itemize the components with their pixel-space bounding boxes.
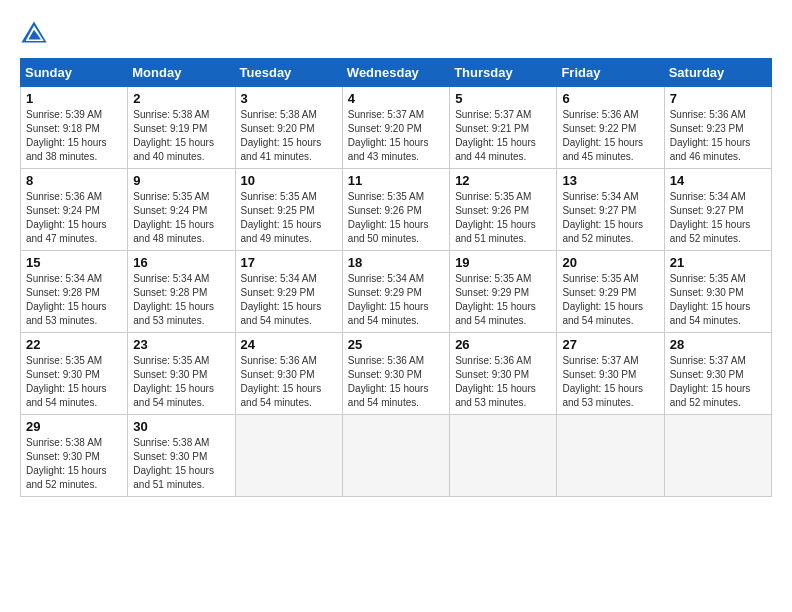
logo bbox=[20, 20, 52, 48]
day-number: 19 bbox=[455, 255, 551, 270]
day-info: Sunrise: 5:35 AMSunset: 9:30 PMDaylight:… bbox=[26, 354, 122, 410]
day-info: Sunrise: 5:39 AMSunset: 9:18 PMDaylight:… bbox=[26, 108, 122, 164]
day-number: 13 bbox=[562, 173, 658, 188]
day-info: Sunrise: 5:35 AMSunset: 9:30 PMDaylight:… bbox=[133, 354, 229, 410]
day-number: 6 bbox=[562, 91, 658, 106]
day-number: 3 bbox=[241, 91, 337, 106]
calendar-cell bbox=[557, 415, 664, 497]
col-header-thursday: Thursday bbox=[450, 59, 557, 87]
day-info: Sunrise: 5:34 AMSunset: 9:27 PMDaylight:… bbox=[562, 190, 658, 246]
day-number: 5 bbox=[455, 91, 551, 106]
day-number: 11 bbox=[348, 173, 444, 188]
calendar-cell: 4Sunrise: 5:37 AMSunset: 9:20 PMDaylight… bbox=[342, 87, 449, 169]
day-info: Sunrise: 5:37 AMSunset: 9:30 PMDaylight:… bbox=[562, 354, 658, 410]
col-header-monday: Monday bbox=[128, 59, 235, 87]
calendar-cell: 20Sunrise: 5:35 AMSunset: 9:29 PMDayligh… bbox=[557, 251, 664, 333]
day-info: Sunrise: 5:36 AMSunset: 9:22 PMDaylight:… bbox=[562, 108, 658, 164]
day-info: Sunrise: 5:37 AMSunset: 9:30 PMDaylight:… bbox=[670, 354, 766, 410]
calendar-cell: 27Sunrise: 5:37 AMSunset: 9:30 PMDayligh… bbox=[557, 333, 664, 415]
day-info: Sunrise: 5:34 AMSunset: 9:29 PMDaylight:… bbox=[241, 272, 337, 328]
calendar-cell: 13Sunrise: 5:34 AMSunset: 9:27 PMDayligh… bbox=[557, 169, 664, 251]
week-row-5: 29Sunrise: 5:38 AMSunset: 9:30 PMDayligh… bbox=[21, 415, 772, 497]
calendar-cell bbox=[235, 415, 342, 497]
day-number: 14 bbox=[670, 173, 766, 188]
calendar-cell: 7Sunrise: 5:36 AMSunset: 9:23 PMDaylight… bbox=[664, 87, 771, 169]
calendar-cell bbox=[664, 415, 771, 497]
day-info: Sunrise: 5:34 AMSunset: 9:28 PMDaylight:… bbox=[26, 272, 122, 328]
day-number: 26 bbox=[455, 337, 551, 352]
calendar-cell: 19Sunrise: 5:35 AMSunset: 9:29 PMDayligh… bbox=[450, 251, 557, 333]
calendar-cell bbox=[342, 415, 449, 497]
day-number: 23 bbox=[133, 337, 229, 352]
col-header-saturday: Saturday bbox=[664, 59, 771, 87]
calendar-table: SundayMondayTuesdayWednesdayThursdayFrid… bbox=[20, 58, 772, 497]
week-row-1: 1Sunrise: 5:39 AMSunset: 9:18 PMDaylight… bbox=[21, 87, 772, 169]
day-info: Sunrise: 5:37 AMSunset: 9:20 PMDaylight:… bbox=[348, 108, 444, 164]
day-number: 15 bbox=[26, 255, 122, 270]
calendar-cell: 22Sunrise: 5:35 AMSunset: 9:30 PMDayligh… bbox=[21, 333, 128, 415]
day-number: 22 bbox=[26, 337, 122, 352]
day-info: Sunrise: 5:34 AMSunset: 9:28 PMDaylight:… bbox=[133, 272, 229, 328]
day-number: 12 bbox=[455, 173, 551, 188]
calendar-cell: 26Sunrise: 5:36 AMSunset: 9:30 PMDayligh… bbox=[450, 333, 557, 415]
day-info: Sunrise: 5:34 AMSunset: 9:29 PMDaylight:… bbox=[348, 272, 444, 328]
day-number: 24 bbox=[241, 337, 337, 352]
week-row-4: 22Sunrise: 5:35 AMSunset: 9:30 PMDayligh… bbox=[21, 333, 772, 415]
calendar-cell: 24Sunrise: 5:36 AMSunset: 9:30 PMDayligh… bbox=[235, 333, 342, 415]
calendar-cell: 15Sunrise: 5:34 AMSunset: 9:28 PMDayligh… bbox=[21, 251, 128, 333]
calendar-cell: 14Sunrise: 5:34 AMSunset: 9:27 PMDayligh… bbox=[664, 169, 771, 251]
day-number: 25 bbox=[348, 337, 444, 352]
calendar-cell: 12Sunrise: 5:35 AMSunset: 9:26 PMDayligh… bbox=[450, 169, 557, 251]
day-number: 16 bbox=[133, 255, 229, 270]
calendar-cell: 17Sunrise: 5:34 AMSunset: 9:29 PMDayligh… bbox=[235, 251, 342, 333]
day-info: Sunrise: 5:36 AMSunset: 9:30 PMDaylight:… bbox=[455, 354, 551, 410]
day-number: 27 bbox=[562, 337, 658, 352]
calendar-header-row: SundayMondayTuesdayWednesdayThursdayFrid… bbox=[21, 59, 772, 87]
day-info: Sunrise: 5:38 AMSunset: 9:30 PMDaylight:… bbox=[133, 436, 229, 492]
calendar-cell: 16Sunrise: 5:34 AMSunset: 9:28 PMDayligh… bbox=[128, 251, 235, 333]
day-info: Sunrise: 5:35 AMSunset: 9:26 PMDaylight:… bbox=[348, 190, 444, 246]
day-info: Sunrise: 5:36 AMSunset: 9:23 PMDaylight:… bbox=[670, 108, 766, 164]
day-number: 7 bbox=[670, 91, 766, 106]
calendar-cell: 6Sunrise: 5:36 AMSunset: 9:22 PMDaylight… bbox=[557, 87, 664, 169]
day-number: 18 bbox=[348, 255, 444, 270]
calendar-cell bbox=[450, 415, 557, 497]
calendar-cell: 25Sunrise: 5:36 AMSunset: 9:30 PMDayligh… bbox=[342, 333, 449, 415]
col-header-wednesday: Wednesday bbox=[342, 59, 449, 87]
day-info: Sunrise: 5:35 AMSunset: 9:30 PMDaylight:… bbox=[670, 272, 766, 328]
day-number: 29 bbox=[26, 419, 122, 434]
day-info: Sunrise: 5:36 AMSunset: 9:24 PMDaylight:… bbox=[26, 190, 122, 246]
calendar-cell: 29Sunrise: 5:38 AMSunset: 9:30 PMDayligh… bbox=[21, 415, 128, 497]
logo-icon bbox=[20, 20, 48, 48]
day-info: Sunrise: 5:35 AMSunset: 9:25 PMDaylight:… bbox=[241, 190, 337, 246]
day-info: Sunrise: 5:36 AMSunset: 9:30 PMDaylight:… bbox=[348, 354, 444, 410]
day-info: Sunrise: 5:35 AMSunset: 9:29 PMDaylight:… bbox=[455, 272, 551, 328]
calendar-cell: 18Sunrise: 5:34 AMSunset: 9:29 PMDayligh… bbox=[342, 251, 449, 333]
day-number: 10 bbox=[241, 173, 337, 188]
day-number: 1 bbox=[26, 91, 122, 106]
day-number: 21 bbox=[670, 255, 766, 270]
day-info: Sunrise: 5:34 AMSunset: 9:27 PMDaylight:… bbox=[670, 190, 766, 246]
col-header-friday: Friday bbox=[557, 59, 664, 87]
day-number: 8 bbox=[26, 173, 122, 188]
day-info: Sunrise: 5:38 AMSunset: 9:19 PMDaylight:… bbox=[133, 108, 229, 164]
calendar-cell: 11Sunrise: 5:35 AMSunset: 9:26 PMDayligh… bbox=[342, 169, 449, 251]
calendar-cell: 1Sunrise: 5:39 AMSunset: 9:18 PMDaylight… bbox=[21, 87, 128, 169]
day-info: Sunrise: 5:38 AMSunset: 9:30 PMDaylight:… bbox=[26, 436, 122, 492]
day-number: 4 bbox=[348, 91, 444, 106]
day-number: 20 bbox=[562, 255, 658, 270]
day-number: 30 bbox=[133, 419, 229, 434]
col-header-tuesday: Tuesday bbox=[235, 59, 342, 87]
day-info: Sunrise: 5:35 AMSunset: 9:26 PMDaylight:… bbox=[455, 190, 551, 246]
calendar-cell: 8Sunrise: 5:36 AMSunset: 9:24 PMDaylight… bbox=[21, 169, 128, 251]
calendar-cell: 21Sunrise: 5:35 AMSunset: 9:30 PMDayligh… bbox=[664, 251, 771, 333]
day-number: 28 bbox=[670, 337, 766, 352]
calendar-cell: 28Sunrise: 5:37 AMSunset: 9:30 PMDayligh… bbox=[664, 333, 771, 415]
day-number: 17 bbox=[241, 255, 337, 270]
day-info: Sunrise: 5:35 AMSunset: 9:24 PMDaylight:… bbox=[133, 190, 229, 246]
calendar-cell: 3Sunrise: 5:38 AMSunset: 9:20 PMDaylight… bbox=[235, 87, 342, 169]
calendar-cell: 10Sunrise: 5:35 AMSunset: 9:25 PMDayligh… bbox=[235, 169, 342, 251]
calendar-cell: 30Sunrise: 5:38 AMSunset: 9:30 PMDayligh… bbox=[128, 415, 235, 497]
day-number: 2 bbox=[133, 91, 229, 106]
col-header-sunday: Sunday bbox=[21, 59, 128, 87]
